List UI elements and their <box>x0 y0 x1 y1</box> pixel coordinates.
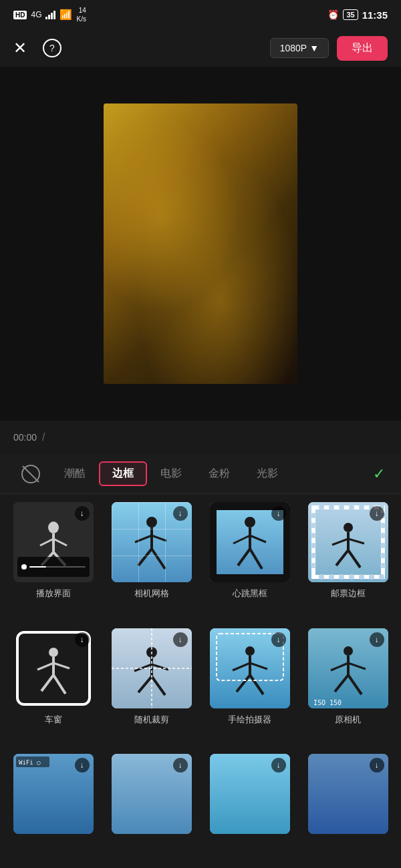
svg-point-45 <box>311 553 316 558</box>
svg-point-49 <box>380 533 386 538</box>
svg-point-34 <box>319 574 324 580</box>
svg-point-51 <box>380 553 386 558</box>
filter-label-original: 原相机 <box>335 714 361 726</box>
svg-point-50 <box>380 543 386 548</box>
svg-point-48 <box>380 523 386 528</box>
filter-label-random: 随机裁剪 <box>134 714 169 726</box>
svg-point-15 <box>245 517 255 527</box>
svg-point-53 <box>344 523 353 532</box>
svg-point-40 <box>379 574 384 580</box>
filter-thumb-camera-grid: ↓ <box>112 502 192 582</box>
svg-point-41 <box>311 513 316 518</box>
svg-point-36 <box>339 574 344 580</box>
download-icon[interactable]: ↓ <box>173 632 188 647</box>
filter-item-player[interactable]: ↓ 播放界面 <box>8 502 98 620</box>
svg-rect-23 <box>210 502 217 582</box>
download-icon[interactable]: ↓ <box>75 632 90 647</box>
signal-icon <box>45 10 55 19</box>
filter-label-sketch: 手绘拍摄器 <box>228 714 271 726</box>
filter-tabs: 潮酷 边框 电影 金粉 光影 ✓ <box>0 454 401 494</box>
tab-border-label: 边框 <box>112 467 134 479</box>
svg-point-85 <box>344 646 353 656</box>
filter-item-sketch[interactable]: ↓ 手绘拍摄器 <box>205 628 295 746</box>
filter-item-random[interactable]: ↓ 随机裁剪 <box>106 628 196 746</box>
video-preview <box>0 67 401 421</box>
tab-none[interactable] <box>11 459 51 489</box>
download-icon[interactable]: ↓ <box>271 758 286 773</box>
tab-trendy-label: 潮酷 <box>64 467 86 479</box>
filter-item-partial4[interactable]: ↓ <box>303 754 393 860</box>
alarm-icon: ⏰ <box>327 9 339 20</box>
toolbar-right: 1080P ▼ 导出 <box>270 36 388 61</box>
download-icon[interactable]: ↓ <box>370 506 384 521</box>
player-progress <box>29 566 86 568</box>
download-icon[interactable]: ↓ <box>75 506 90 521</box>
resolution-button[interactable]: 1080P ▼ <box>270 38 329 58</box>
confirm-button[interactable]: ✓ <box>362 460 390 488</box>
download-icon[interactable]: ↓ <box>271 632 286 647</box>
tab-border[interactable]: 边框 <box>99 461 147 486</box>
filter-item-window[interactable]: ↓ 车窗 <box>8 628 98 746</box>
no-filter-icon <box>21 465 40 483</box>
close-button[interactable]: ✕ <box>13 40 27 56</box>
svg-point-37 <box>349 574 354 580</box>
filter-label-heart: 心跳黑框 <box>233 588 267 600</box>
tab-cinema[interactable]: 电影 <box>147 461 195 486</box>
tab-light-label: 光影 <box>257 467 278 479</box>
player-dot <box>21 564 27 570</box>
download-icon[interactable]: ↓ <box>271 506 286 521</box>
filter-thumb-heart: ↓ <box>210 502 290 582</box>
filter-thumb-partial2: ↓ <box>112 754 192 834</box>
filter-thumb-window: ↓ <box>13 628 94 708</box>
network-type: 4G <box>31 10 41 19</box>
filter-label-window: 车窗 <box>45 714 62 726</box>
download-icon[interactable]: ↓ <box>370 632 384 647</box>
timeline-bar[interactable]: 00:00 / <box>0 421 401 454</box>
svg-text:WiFi ○: WiFi ○ <box>19 759 41 766</box>
export-button[interactable]: 导出 <box>337 36 388 61</box>
time-display: 11:35 <box>362 9 388 21</box>
svg-point-44 <box>311 543 316 548</box>
toolbar-left: ✕ ? <box>13 39 61 57</box>
top-toolbar: ✕ ? 1080P ▼ 导出 <box>0 29 401 67</box>
filter-thumb-random: ↓ <box>112 628 192 708</box>
svg-point-42 <box>311 523 316 528</box>
filter-label-stamp: 邮票边框 <box>331 588 366 600</box>
help-button[interactable]: ? <box>43 39 61 57</box>
chevron-down-icon: ▼ <box>309 43 319 53</box>
filter-thumb-original: ISO 150 ↓ <box>308 628 388 708</box>
filter-thumb-partial4: ↓ <box>308 754 388 834</box>
download-icon[interactable]: ↓ <box>173 506 188 521</box>
current-time: 00:00 <box>13 432 37 443</box>
filter-grid: ↓ 播放界面 <box>0 494 401 868</box>
filter-item-camera-grid[interactable]: ↓ 相机网格 <box>106 502 196 620</box>
download-icon[interactable]: ↓ <box>173 758 188 773</box>
filter-item-original[interactable]: ISO 150 ↓ 原相机 <box>303 628 393 746</box>
filter-item-stamp[interactable]: ↓ 邮票边框 <box>303 502 393 620</box>
filter-item-heart[interactable]: ↓ 心跳黑框 <box>205 502 295 620</box>
status-left: HD 4G 📶 14 K/s <box>13 6 86 23</box>
svg-point-31 <box>359 505 364 510</box>
filter-item-partial2[interactable]: ↓ <box>106 754 196 860</box>
svg-point-38 <box>359 574 364 580</box>
svg-point-29 <box>339 505 344 510</box>
wifi-icon: 📶 <box>59 9 72 21</box>
filter-thumb-partial3: ↓ <box>210 754 290 834</box>
hd-badge: HD <box>13 11 27 19</box>
battery-level: 35 <box>343 9 358 20</box>
download-icon[interactable]: ↓ <box>370 758 384 773</box>
tab-trendy[interactable]: 潮酷 <box>51 461 99 486</box>
svg-point-52 <box>380 563 386 568</box>
filter-label-player: 播放界面 <box>36 588 71 600</box>
svg-point-28 <box>329 505 334 510</box>
status-right: ⏰ 35 11:35 <box>327 9 388 21</box>
filter-label-camera-grid: 相机网格 <box>134 588 169 600</box>
download-icon[interactable]: ↓ <box>75 758 90 773</box>
filter-item-partial3[interactable]: ↓ <box>205 754 295 860</box>
svg-point-27 <box>319 505 324 510</box>
svg-point-1 <box>48 521 59 533</box>
tab-gold[interactable]: 金粉 <box>195 461 243 486</box>
filter-item-partial1[interactable]: WiFi ○ ↓ <box>8 754 98 860</box>
svg-point-46 <box>311 563 316 568</box>
tab-light[interactable]: 光影 <box>243 461 291 486</box>
